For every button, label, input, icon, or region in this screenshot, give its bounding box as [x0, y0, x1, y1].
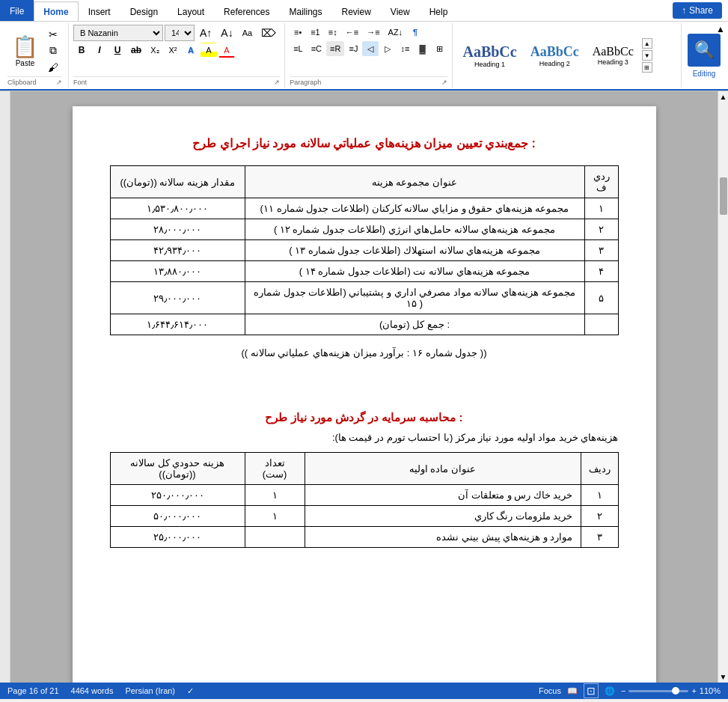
bold-button[interactable]: B: [73, 43, 90, 58]
underline-button[interactable]: U: [109, 43, 126, 58]
decrease-font-button[interactable]: A↓: [217, 25, 236, 40]
tab-mailings[interactable]: Mailings: [279, 1, 331, 21]
table2-cell-radif: ۱: [581, 485, 618, 506]
zoom-in-button[interactable]: +: [691, 686, 696, 695]
align-center-button[interactable]: ≡C: [308, 41, 325, 56]
web-layout-icon[interactable]: 🌐: [605, 686, 615, 696]
clipboard-dialog-icon[interactable]: ↗: [56, 79, 62, 86]
tab-file[interactable]: File: [0, 0, 34, 21]
table2-col2-header: عنوان ماده اوليه: [305, 453, 581, 485]
text-effects-button[interactable]: A: [183, 43, 199, 58]
sort-button[interactable]: AZ↓: [385, 25, 407, 40]
styles-group: AaBbCc Heading 1 AaBbCc Heading 2 AaBbCc…: [453, 23, 682, 88]
vertical-ruler: [0, 91, 10, 683]
align-left-button[interactable]: ≡L: [290, 41, 307, 56]
tab-help[interactable]: Help: [420, 1, 458, 21]
align-right-button[interactable]: ≡R: [326, 41, 344, 56]
font-size-select[interactable]: 14: [165, 25, 195, 41]
table1-row: ۱ مجموعه هزينه‌هاي حقوق و مزاياي سالانه …: [110, 198, 618, 219]
tab-review[interactable]: Review: [331, 1, 380, 21]
document-scroll-area[interactable]: : جمع‌بندي تعيين ميزان هزينه‌هاي عملياتي…: [10, 91, 718, 683]
paste-button[interactable]: 📋 Paste: [7, 31, 43, 70]
tab-references[interactable]: References: [214, 1, 279, 21]
subscript-button[interactable]: X₂: [147, 43, 163, 58]
heading3-style[interactable]: AaBbCc Heading 3: [586, 41, 640, 70]
status-bar: Page 16 of 21 4464 words Persian (Iran) …: [0, 683, 728, 699]
styles-scroll-down[interactable]: ▼: [642, 50, 652, 61]
heading1-style[interactable]: AaBbCc Heading 1: [456, 40, 523, 72]
table1-cell-radif: ۱: [584, 198, 618, 219]
table2-col4-header: هزينه حدودي كل سالانه ((تومان)): [110, 453, 245, 485]
borders-button[interactable]: ⊞: [431, 41, 447, 56]
tab-insert[interactable]: Insert: [79, 1, 120, 21]
tab-home[interactable]: Home: [34, 1, 78, 21]
vertical-scrollbar[interactable]: ▲ ▼: [718, 91, 728, 683]
clear-format-button[interactable]: ⌦: [257, 25, 280, 40]
proofing-icon[interactable]: ✓: [187, 686, 194, 696]
table2-cell-hazine: ۲۵٫۰۰۰٫۰۰۰: [110, 527, 245, 548]
table1-cell-radif: [584, 314, 618, 335]
zoom-out-button[interactable]: −: [621, 686, 625, 695]
font-color-button[interactable]: A: [218, 43, 235, 58]
scroll-down-button[interactable]: ▼: [718, 671, 728, 683]
show-hide-button[interactable]: ¶: [407, 25, 423, 40]
change-case-button[interactable]: Aa: [239, 25, 256, 40]
format-painter-button[interactable]: 🖌: [44, 60, 62, 75]
styles-more[interactable]: ⊞: [642, 62, 652, 73]
strikethrough-button[interactable]: ab: [127, 43, 145, 58]
status-right: Focus 📖 ⊡ 🌐 − + 110%: [539, 683, 721, 698]
table2-row: ۲ خريد ملزومات رنگ كاري ۱ ۵۰٫۰۰۰٫۰۰۰: [110, 506, 618, 527]
copy-button[interactable]: ⧉: [44, 43, 62, 58]
text-highlight-button[interactable]: A: [201, 43, 217, 58]
increase-font-button[interactable]: A↑: [196, 25, 215, 40]
table2-cell-tedad: ۱: [245, 485, 305, 506]
italic-button[interactable]: I: [91, 43, 108, 58]
zoom-slider-thumb[interactable]: [672, 687, 679, 695]
tab-view[interactable]: View: [381, 1, 420, 21]
rtl-button[interactable]: ◁: [362, 41, 379, 56]
table1-cell-onnvan: مجموعه هزينه‌هاي سالانه حامل‌هاي انرژي (…: [245, 219, 584, 240]
zoom-slider-track[interactable]: [628, 690, 688, 692]
table1-cell-megdar: ۱٫۶۴۴٫۶۱۴٫۰۰۰: [110, 314, 245, 335]
heading3-preview: AaBbCc: [593, 45, 634, 58]
editing-label: Editing: [693, 70, 716, 78]
document-page: : جمع‌بندي تعيين ميزان هزينه‌هاي عملياتي…: [73, 106, 656, 683]
heading1-preview: AaBbCc: [462, 43, 516, 61]
focus-button[interactable]: Focus: [539, 686, 561, 695]
ltr-button[interactable]: ▷: [379, 41, 396, 56]
superscript-button[interactable]: X²: [165, 43, 181, 58]
table1-note: (( جدول شماره ۱۶ : برآورد ميزان هزينه‌ها…: [110, 347, 619, 358]
tab-layout[interactable]: Layout: [168, 1, 214, 21]
font-dialog-icon[interactable]: ↗: [274, 79, 280, 86]
table2-cell-onnvan: خريد خاك رس و متعلقات آن: [305, 485, 581, 506]
table1-cell-megdar: ۲۹٫۰۰۰٫۰۰۰: [110, 282, 245, 314]
font-group: B Nazanin 14 A↑ A↓ Aa ⌦ B I U ab X₂ X² A…: [69, 23, 285, 88]
styles-scroll-up[interactable]: ▲: [642, 38, 652, 49]
line-spacing-button[interactable]: ↕≡: [397, 41, 413, 56]
search-button[interactable]: 🔍: [688, 34, 721, 67]
heading2-style[interactable]: AaBbCc Heading 2: [524, 40, 586, 71]
print-layout-icon[interactable]: ⊡: [584, 683, 599, 698]
table1-col1-header: ردي ف: [584, 166, 618, 198]
justify-button[interactable]: ≡J: [345, 41, 361, 56]
bullets-button[interactable]: ≡•: [290, 25, 306, 40]
scroll-up-button[interactable]: ▲: [718, 91, 728, 103]
shading-button[interactable]: ▓: [414, 41, 430, 56]
multilevel-button[interactable]: ≡↕: [325, 25, 341, 40]
increase-indent-button[interactable]: →≡: [363, 25, 383, 40]
paragraph-dialog-icon[interactable]: ↗: [441, 79, 447, 86]
decrease-indent-button[interactable]: ←≡: [342, 25, 362, 40]
search-icon: 🔍: [694, 40, 715, 60]
cut-button[interactable]: ✂: [44, 27, 62, 42]
tab-design[interactable]: Design: [120, 1, 168, 21]
share-button[interactable]: ↑ Share: [673, 2, 722, 19]
collapse-ribbon-button[interactable]: ▲: [713, 21, 728, 37]
scroll-thumb[interactable]: [720, 177, 727, 215]
table1-cell-megdar: ۴۲٫۹۳۴٫۰۰۰: [110, 240, 245, 261]
read-mode-icon[interactable]: 📖: [567, 686, 578, 696]
numbering-button[interactable]: ≡1: [307, 25, 324, 40]
zoom-level: 110%: [700, 686, 721, 695]
share-icon: ↑: [682, 5, 686, 16]
font-name-select[interactable]: B Nazanin: [73, 25, 163, 41]
paragraph-label: Paragraph ↗: [290, 76, 447, 86]
